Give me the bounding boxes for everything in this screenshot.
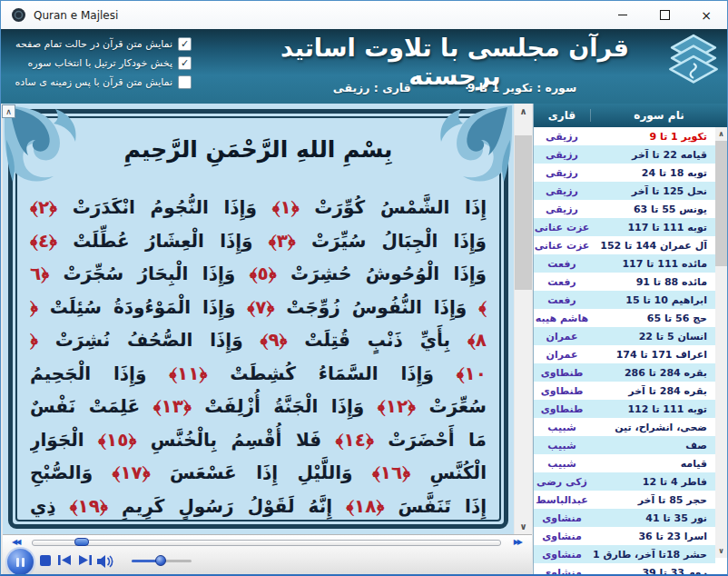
checkbox-fullscreen-text[interactable]: نمایش متن قرآن در حالت تمام صفحه ✓ [8,37,192,51]
playlist-row[interactable]: طنطاویبقره 284 تا 286 [534,363,715,382]
column-header-qari[interactable]: قاری [534,109,591,122]
column-header-surah[interactable]: نام سوره [591,109,727,122]
media-player-bar: ◀◀ ▶▶ [3,534,532,575]
quran-page: بِسْمِ اللهِ الرَّحْمَنِ الرَّحِيمِ إِذَ… [3,104,514,534]
playlist-row[interactable]: رزیقینحل 125 تا آخر [534,182,715,200]
qari-cell: عزت عنانی [534,240,590,252]
qari-cell: طنطاوی [534,367,590,379]
playlist-row[interactable]: منشاوینور 35 تا 41 [534,509,715,527]
surah-cell: مائده 111 تا 117 [590,258,715,270]
qari-cell: طنطاوی [534,403,590,415]
playlist-rows: رزیقیتکویر 1 تا 9 رزیقیقیامه 22 تا آخر ر… [534,127,715,574]
playlist-row[interactable]: رفعتمائده 88 تا 91 [534,273,715,291]
playlist-row[interactable]: عزت عنانیتوبه 111 تا 117 [534,218,715,236]
scroll-up-icon[interactable]: ∧ [515,104,532,119]
playlist-row[interactable]: عمرانانسان 5 تا 22 [534,327,715,345]
collapse-header-button[interactable]: ∧ [2,104,15,118]
qari-cell: زکی رضی [534,476,590,488]
qari-cell: طنطاوی [534,385,590,397]
seek-thumb[interactable] [74,538,89,546]
scroll-up-icon[interactable]: ∧ [715,127,727,141]
app-icon [11,7,26,23]
surah-cell: حج 56 تا 65 [590,313,715,324]
playlist-scrollbar[interactable]: ∧ ∨ [715,127,727,558]
playlist-row[interactable]: شبیبصف [534,436,715,454]
playlist-row[interactable]: عمراناعراف 171 تا 174 [534,345,715,363]
playlist-row[interactable]: رفعتابراهیم 10 تا 15 [534,291,715,309]
checkbox-autoplay[interactable]: پخش خودکار ترتیل با انتخاب سوره ✓ [8,56,192,70]
surah-cell: صف [590,440,715,452]
surah-cell: روم 33 تا 39 [590,567,715,575]
checkbox-icon: ✓ [178,37,192,51]
scrollbar-thumb[interactable] [715,141,727,266]
qari-cell: هاشم هیبه [534,313,590,324]
volume-mute-button[interactable] [97,554,114,569]
seek-slider[interactable] [32,540,501,546]
app-window: Quran e Majlesi × نمایش متن قرآن در حالت… [0,0,728,576]
rewind-icon[interactable]: ◀◀ [12,538,19,546]
playlist-row[interactable]: عزت عنانیآل عمران 144 تا 152 [534,236,715,254]
window-controls: × [602,1,727,29]
scrollbar-thumb[interactable] [515,135,532,290]
minimize-button[interactable] [602,1,644,29]
minimize-icon [618,15,627,15]
surah-cell: نحل 125 تا آخر [590,185,715,197]
qari-cell: رفعت [534,294,590,306]
qari-cell: منشاوی [534,512,590,524]
surah-cell: ابراهیم 10 تا 15 [590,294,715,306]
checkbox-icon [178,75,192,89]
quran-line: ﴾ وَإِذَا النُّفُوسُ زُوِّجَتْ ﴿٧﴾ وَإِذ… [30,291,487,324]
playlist-row[interactable]: هاشم هیبهحج 56 تا 65 [534,309,715,327]
quran-line: إِذَا الشَّمْسُ كُوِّرَتْ ﴿١﴾ وَإِذَا ال… [30,191,487,224]
options-group: نمایش متن قرآن در حالت تمام صفحه ✓ پخش خ… [8,37,192,89]
pause-button[interactable] [7,549,34,575]
playlist-row[interactable]: رزیقییونس 55 تا 63 [534,200,715,218]
stop-button[interactable] [39,554,52,567]
maximize-button[interactable] [644,1,685,29]
seek-row: ◀◀ ▶▶ [3,537,532,548]
stop-icon [39,554,52,567]
next-track-button[interactable] [77,554,93,566]
playlist-row[interactable]: رفعتمائده 111 تا 117 [534,254,715,273]
surah-cell: اسرا 23 تا 36 [590,531,715,542]
playlist-row[interactable]: طنطاویبقره 284 تا آخر [534,382,715,400]
fast-forward-icon[interactable]: ▶▶ [514,538,521,546]
scroll-down-icon[interactable]: ∨ [715,544,727,558]
quran-line: ١٠﴾ وَإِذَا السَّمَاءُ كُشِطَتْ ﴿١١﴾ وَإ… [30,357,487,391]
qari-cell: رزیقی [534,131,590,143]
pause-icon [16,558,19,567]
scrollbar-track[interactable] [715,266,727,544]
playlist-row[interactable]: شبیبقیامه [534,454,715,472]
playlist-row[interactable]: منشاویاسرا 23 تا 36 [534,527,715,545]
volume-thumb[interactable] [155,555,166,566]
qari-cell: منشاوی [534,567,590,575]
main-column: ∧ بِسْمِ اللهِ الرَّحْم [1,104,533,574]
qari-cell: منشاوی [534,549,590,561]
playlist-row[interactable]: زکی رضیفاطر 4 تا 12 [534,472,715,491]
quran-scrollbar[interactable]: ∧ ∨ [515,104,532,534]
volume-slider[interactable] [132,560,192,562]
surah-cell: نور 35 تا 41 [590,512,715,524]
quran-line: مَا أَحْضَرَتْ ﴿١٤﴾ فَلا أُقْسِمُ بِالْخ… [30,423,487,457]
playlist-row[interactable]: رزیقیقیامه 22 تا آخر [534,145,715,164]
playlist-row[interactable]: طنطاویتوبه 111 تا 112 [534,400,715,418]
close-button[interactable]: × [685,1,727,29]
playlist-row[interactable]: عبدالباسطحجر 85 تا آخر [534,491,715,509]
quran-line: ٨﴾ بِأَيِّ ذَنْبٍ قُتِلَتْ ﴿٩﴾ وَإِذَا ا… [30,323,487,357]
surah-cell: اعراف 171 تا 174 [590,349,715,361]
qari-cell: رزیقی [534,204,590,215]
playlist-row[interactable]: منشاویروم 33 تا 39 [534,563,715,574]
surah-cell: قیامه 22 تا آخر [590,149,715,161]
qari-cell: عبدالباسط [534,494,590,506]
checkbox-plain-background[interactable]: نمایش متن قرآن با پس زمینه ی ساده [8,75,192,89]
previous-track-button[interactable] [57,554,73,566]
qari-cell: عمران [534,331,590,343]
scroll-down-icon[interactable]: ∨ [515,519,532,534]
quran-line: الْكُنَّسِ ﴿١٦﴾ وَاللَّيْلِ إِذَا عَسْعَ… [30,456,487,490]
playlist-row[interactable]: رزیقیتوبه 18 تا 24 [534,164,715,182]
current-surah-label: سوره : تکویر 1 تا 9 [467,81,577,94]
now-playing-info: قاری : رزیقی سوره : تکویر 1 تا 9 [232,81,677,94]
playlist-row[interactable]: رزیقیتکویر 1 تا 9 [534,127,715,145]
playlist-row[interactable]: شبیبضحی، انشراح، تین [534,418,715,436]
playlist-row[interactable]: منشاویحشر 18تا آخر، طارق 1 تا10 [534,545,715,563]
